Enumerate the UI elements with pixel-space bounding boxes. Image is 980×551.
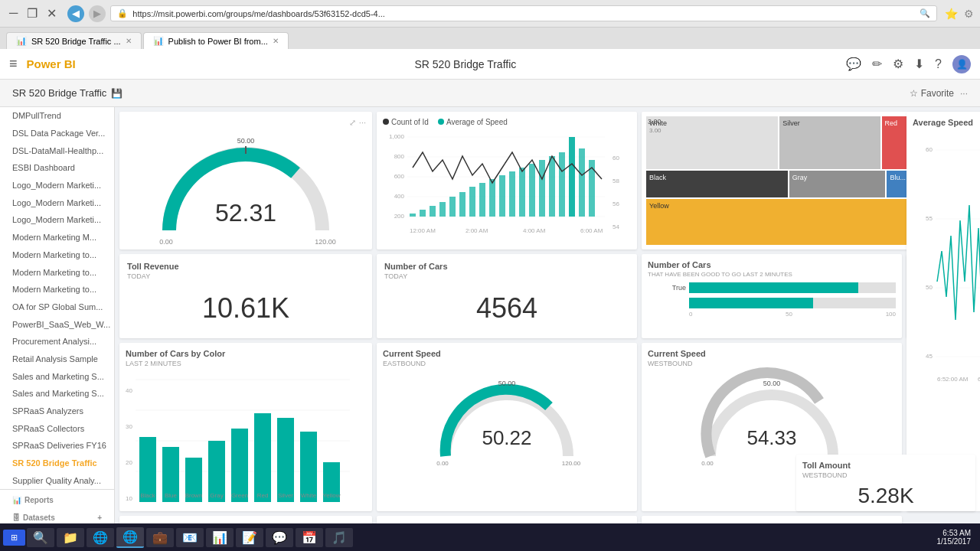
sidebar-item-supplier[interactable]: Supplier Quality Analy... — [0, 471, 114, 489]
tab-sr520[interactable]: 📊 SR 520 Bridge Traffic ... ✕ — [6, 32, 142, 49]
sidebar-item-logo1[interactable]: Logo_Modern Marketi... — [0, 177, 114, 194]
svg-text:200: 200 — [394, 213, 405, 220]
sidebar-item-logo2[interactable]: Logo_Modern Marketi... — [0, 194, 114, 211]
sidebar-item-logo3[interactable]: Logo_Modern Marketi... — [0, 211, 114, 229]
sidebar-item-powerbi[interactable]: PowerBI_SaaS_Web_W... — [0, 315, 114, 333]
browser-settings-icon[interactable]: ⚙ — [964, 8, 974, 20]
svg-rect-32 — [579, 148, 585, 217]
bar-row-true: True — [648, 282, 896, 293]
sidebar-item-dsl1[interactable]: DSL Data Package Ver... — [0, 125, 114, 142]
tile-more-icon[interactable]: ··· — [359, 118, 366, 128]
taskbar-app-5[interactable]: 📧 — [176, 528, 204, 547]
taskbar-app-8[interactable]: 💬 — [266, 528, 293, 547]
cars-color-subtitle: LAST 2 MINUTES — [126, 360, 366, 367]
edit-icon[interactable]: ✏ — [872, 57, 882, 71]
taskbar-app-7[interactable]: 📝 — [236, 528, 263, 547]
taskbar-app-1[interactable]: 🔍 — [27, 528, 54, 547]
dashboard-title-bar: SR 520 Bridge Traffic 💾 ☆ Favorite ··· — [0, 80, 980, 107]
url-text: https://msit.powerbi.com/groups/me/dashb… — [132, 9, 385, 18]
taskbar-app-3[interactable]: 🌐 — [87, 528, 114, 547]
bar-chart-svg: Black Blue Brown Gray Green Red Silver W… — [136, 380, 350, 502]
more-options-icon[interactable]: ··· — [960, 88, 968, 99]
sidebar-item-mm4[interactable]: Modern Marketing to... — [0, 281, 114, 298]
save-icon[interactable]: 💾 — [111, 88, 122, 99]
add-dataset-icon[interactable]: + — [97, 514, 102, 522]
start-button[interactable]: ⊞ — [3, 530, 25, 546]
tile-line-chart: Count of Id Average of Speed 1,000 800 6… — [377, 112, 637, 249]
sidebar-item-mm1[interactable]: Modern Marketing M... — [0, 229, 114, 246]
tab-close-icon[interactable]: ✕ — [126, 37, 132, 45]
treemap-black: Black — [646, 171, 788, 197]
num-cars-today-title: Number of Cars — [384, 262, 629, 271]
sidebar-item-oa[interactable]: OA for SP Global Sum... — [0, 298, 114, 316]
reports-icon: 📊 — [12, 496, 21, 504]
toll-west-subtitle: WESTBOUND — [802, 471, 969, 479]
bar-row-2 — [648, 298, 896, 308]
bar-fill-true — [689, 282, 858, 293]
treemap-gray: Gray — [789, 171, 886, 197]
notifications-icon[interactable]: 💬 — [846, 57, 861, 71]
sidebar-item-mm2[interactable]: Modern Marketing to... — [0, 246, 114, 264]
taskbar-app-2[interactable]: 📁 — [57, 528, 84, 547]
sidebar-item-mm3[interactable]: Modern Marketing to... — [0, 263, 114, 281]
sidebar-item-spra3[interactable]: SPRaaS Deliveries FY16 — [0, 437, 114, 455]
taskbar-app-10[interactable]: 🎵 — [325, 528, 353, 547]
restore-btn[interactable]: ❐ — [24, 6, 41, 21]
svg-rect-52 — [277, 418, 294, 502]
favorite-button[interactable]: ☆ Favorite — [910, 88, 954, 99]
taskbar-app-9[interactable]: 📅 — [296, 528, 323, 547]
sidebar-item-dmput[interactable]: DMPullTrend — [0, 107, 114, 125]
svg-rect-25 — [509, 171, 515, 217]
sidebar-item-sr520[interactable]: SR 520 Bridge Traffic — [0, 455, 114, 472]
sidebar-item-sales1[interactable]: Sales and Marketing S... — [0, 367, 114, 385]
help-icon[interactable]: ? — [935, 57, 942, 71]
taskbar-app-6[interactable]: 📊 — [206, 528, 234, 547]
sidebar-item-proc[interactable]: Procurement Analysi... — [0, 333, 114, 350]
datasets-section[interactable]: 🗄 Datasets + — [0, 507, 114, 525]
taskbar-app-4[interactable]: 💼 — [146, 528, 174, 547]
toll-revenue-title: Toll Revenue — [127, 262, 364, 271]
search-icon: 🔍 — [920, 8, 930, 18]
address-bar[interactable]: 🔒 https://msit.powerbi.com/groups/me/das… — [110, 5, 937, 21]
user-avatar[interactable]: 👤 — [952, 55, 971, 73]
cars-color-chart: 40 30 20 10 — [126, 372, 366, 502]
sidebar-item-dsl2[interactable]: DSL-DataMall-Healthp... — [0, 142, 114, 159]
speed-west-gauge: 50.00 0.00 120.00 54.33 — [648, 372, 896, 464]
sidebar-item-spra2[interactable]: SPRaaS Collectors — [0, 419, 114, 437]
browser-favorites-icon[interactable]: ⭐ — [945, 8, 958, 20]
reports-section[interactable]: 📊 Reports — [0, 490, 114, 507]
chart-legend: Count of Id Average of Speed — [383, 118, 631, 126]
tile-expand-icon[interactable]: ⤢ — [349, 118, 356, 128]
tile-num-cars-2min: Number of Cars THAT HAVE BEEN GOOD TO GO… — [642, 254, 902, 338]
sidebar-item-retail[interactable]: Retail Analysis Sample — [0, 350, 114, 368]
download-icon[interactable]: ⬇ — [914, 57, 924, 71]
back-button[interactable]: ◀ — [67, 5, 84, 22]
star-icon: ☆ — [910, 88, 918, 99]
svg-rect-16 — [420, 210, 426, 217]
bar-axis: 0 50 100 — [648, 311, 896, 318]
svg-text:600: 600 — [394, 173, 405, 180]
tab-publish[interactable]: 📊 Publish to Power BI from... ✕ — [143, 32, 289, 49]
sidebar-item-esbi[interactable]: ESBI Dashboard — [0, 159, 114, 177]
minimize-btn[interactable]: ─ — [6, 6, 21, 21]
toll-west-title: Toll Amount — [802, 461, 969, 470]
datasets-label: Datasets — [23, 514, 55, 522]
sidebar-item-spra1[interactable]: SPRaaS Analyzers — [0, 403, 114, 420]
svg-rect-30 — [559, 152, 565, 217]
axis-50: 50 — [695, 311, 882, 318]
svg-rect-17 — [430, 206, 436, 217]
treemap-yellow: Yellow — [646, 199, 938, 245]
svg-rect-22 — [479, 183, 485, 217]
sidebar-item-sales2[interactable]: Sales and Marketing S... — [0, 385, 114, 403]
dashboard-title: SR 520 Bridge Traffic — [12, 87, 106, 99]
tab-close-icon2[interactable]: ✕ — [273, 37, 279, 45]
settings-icon[interactable]: ⚙ — [893, 57, 903, 71]
taskbar-app-edge[interactable]: 🌐 — [116, 527, 144, 548]
svg-text:50: 50 — [926, 284, 933, 291]
forward-button[interactable]: ▶ — [89, 5, 106, 22]
menu-icon[interactable]: ≡ — [9, 56, 18, 72]
close-btn[interactable]: ✕ — [44, 6, 60, 21]
svg-rect-23 — [489, 179, 495, 217]
taskbar: ⊞ 🔍 📁 🌐 🌐 💼 📧 📊 📝 💬 📅 🎵 6:53 AM 1/15/201… — [0, 523, 980, 551]
tab-publish-label: Publish to Power BI from... — [168, 37, 268, 46]
